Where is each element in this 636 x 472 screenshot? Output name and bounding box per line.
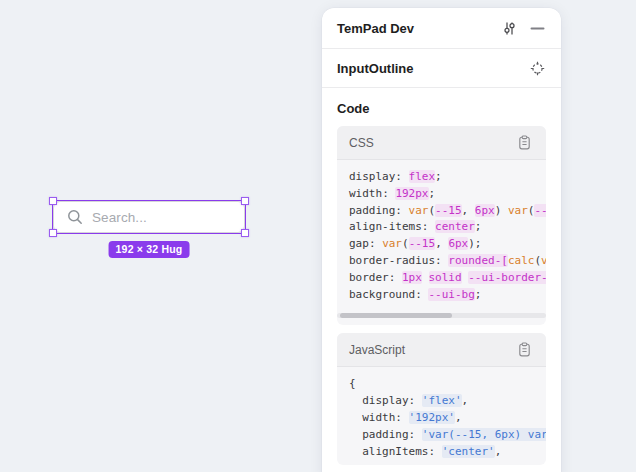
css-hscrollbar-wrap bbox=[337, 313, 546, 318]
preferences-button[interactable] bbox=[498, 17, 520, 39]
panel-header: TemPad Dev bbox=[322, 8, 561, 49]
selected-component-name: InputOutline bbox=[337, 61, 526, 76]
code-line: border: 1px solid --ui-border- bbox=[349, 270, 546, 287]
copy-css-button[interactable] bbox=[513, 132, 535, 154]
crosshair-locate-icon bbox=[530, 61, 545, 76]
minimize-button[interactable] bbox=[526, 17, 548, 39]
horizontal-scrollbar[interactable] bbox=[337, 313, 546, 318]
code-line: alignItems: 'center', bbox=[349, 444, 546, 461]
code-line: padding: var(--15, 6px) var(-- bbox=[349, 203, 546, 220]
code-line: width: 192px; bbox=[349, 186, 546, 203]
search-input-component[interactable]: Search... bbox=[53, 201, 245, 233]
figma-canvas-screen: { "colors": { "accent_purple": "#8A3BEC"… bbox=[0, 0, 636, 472]
code-line: width: '192px', bbox=[349, 410, 546, 427]
code-line: align-items: center; bbox=[349, 219, 546, 236]
dimension-badge: 192 × 32 Hug bbox=[109, 241, 190, 258]
tempad-dev-panel: TemPad Dev InputOutline bbox=[322, 8, 561, 472]
clipboard-copy-icon bbox=[518, 342, 531, 357]
css-block-label: CSS bbox=[349, 136, 513, 150]
code-line: gap: var(--15, 6px); bbox=[349, 236, 546, 253]
code-line: display: flex; bbox=[349, 169, 546, 186]
javascript-block-header: JavaScript bbox=[337, 333, 546, 367]
javascript-code-body: { display: 'flex', width: '192px', paddi… bbox=[337, 367, 546, 465]
code-section-label: Code bbox=[337, 101, 546, 116]
code-line: display: 'flex', bbox=[349, 393, 546, 410]
clipboard-copy-icon bbox=[518, 135, 531, 150]
copy-javascript-button[interactable] bbox=[513, 339, 535, 361]
code-line: padding: 'var(--15, 6px) var bbox=[349, 427, 546, 444]
horizontal-scrollbar-thumb[interactable] bbox=[340, 313, 452, 318]
magnifier-icon bbox=[67, 209, 83, 225]
minimize-icon bbox=[530, 21, 545, 36]
selected-node-row: InputOutline bbox=[322, 49, 561, 88]
css-code-body: display: flex;width: 192px;padding: var(… bbox=[337, 160, 546, 308]
code-line: background: --ui-bg; bbox=[349, 287, 546, 304]
code-line: border-radius: rounded-[calc(v bbox=[349, 253, 546, 270]
javascript-block-label: JavaScript bbox=[349, 343, 513, 357]
sliders-icon bbox=[502, 21, 517, 36]
css-block-header: CSS bbox=[337, 126, 546, 160]
panel-title: TemPad Dev bbox=[337, 21, 498, 36]
search-placeholder-text: Search... bbox=[92, 210, 147, 225]
locate-node-button[interactable] bbox=[526, 57, 548, 79]
javascript-code-block: JavaScript { display: 'flex', width: '19… bbox=[337, 333, 546, 465]
code-line: { bbox=[349, 376, 546, 393]
css-code-block: CSS display: flex;width: 192px;padding: … bbox=[337, 126, 546, 325]
